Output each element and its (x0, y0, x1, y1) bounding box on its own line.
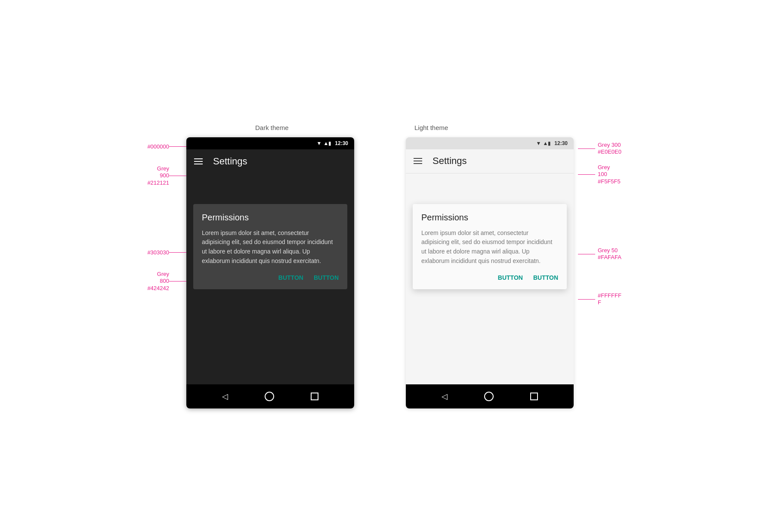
ann-light-dialog-bg-line (578, 254, 595, 254)
ann-light-card-text: #FFFFFF F (595, 292, 660, 307)
light-back-icon[interactable]: ◁ (442, 392, 448, 401)
dark-theme-section: Dark theme #000000 Grey 900 #212121 #303… (186, 124, 354, 408)
ann-dark-content-line (169, 252, 186, 253)
ann-light-statusbar-line (578, 148, 595, 149)
ann-light-dialog-bg-text: Grey 50 #FAFAFA (595, 247, 660, 262)
dark-content: Permissions Lorem ipsum dolor sit amet, … (186, 173, 354, 384)
dark-toolbar: Settings (186, 149, 354, 173)
dark-nav-bar: ◁ (186, 384, 354, 408)
light-toolbar: Settings (406, 149, 574, 173)
dark-dialog-body: Lorem ipsum dolor sit amet, consectetur … (202, 229, 339, 266)
ann-light-toolbar: Grey 100 #F5F5F5 (578, 164, 660, 186)
ann-dark-toolbar-text: Grey 900 #212121 (117, 165, 169, 187)
light-phone: ▼ ▲▮ 12:30 Settings Permissions (406, 137, 574, 408)
dark-dialog-btn2[interactable]: BUTTON (314, 274, 339, 281)
ann-dark-content-text: #303030 (117, 249, 169, 257)
dark-time: 12:30 (335, 140, 348, 146)
dark-hamburger-icon[interactable] (194, 158, 203, 164)
light-recent-icon[interactable] (530, 393, 538, 400)
light-dialog-body: Lorem ipsum dolor sit amet, consectetur … (421, 229, 558, 266)
light-status-bar: ▼ ▲▮ 12:30 (406, 137, 574, 149)
ann-dark-card: Grey 800 #424242 (117, 271, 186, 293)
ann-dark-content: #303030 (117, 249, 186, 257)
ann-dark-statusbar-text: #000000 (117, 143, 169, 151)
ann-dark-statusbar-line (169, 146, 186, 147)
dark-status-bar: ▼ ▲▮ 12:30 (186, 137, 354, 149)
light-dialog-title: Permissions (421, 213, 558, 223)
ann-light-toolbar-text: Grey 100 #F5F5F5 (595, 164, 660, 186)
light-content: Permissions Lorem ipsum dolor sit amet, … (406, 173, 574, 384)
light-signal-icon: ▲▮ (543, 140, 551, 146)
light-dialog-btn1[interactable]: BUTTON (498, 274, 523, 281)
dark-dialog-actions: BUTTON BUTTON (202, 272, 339, 283)
light-theme-label: Light theme (414, 124, 448, 131)
ann-light-toolbar-line (578, 174, 595, 175)
light-dialog-btn2[interactable]: BUTTON (533, 274, 558, 281)
light-hamburger-icon[interactable] (414, 158, 422, 164)
dark-status-icons: ▼ ▲▮ 12:30 (317, 140, 348, 146)
light-time: 12:30 (554, 140, 568, 146)
dark-toolbar-title: Settings (213, 156, 247, 167)
ann-dark-toolbar: Grey 900 #212121 (117, 165, 186, 187)
home-icon[interactable] (265, 392, 274, 401)
dark-dialog-btn1[interactable]: BUTTON (278, 274, 303, 281)
ann-dark-toolbar-line (169, 176, 186, 176)
signal-icon: ▲▮ (323, 140, 331, 146)
dark-phone-wrapper: #000000 Grey 900 #212121 #303030 Grey 80… (186, 137, 354, 408)
light-toolbar-title: Settings (433, 155, 467, 167)
back-icon[interactable]: ◁ (222, 392, 228, 401)
ann-light-card: #FFFFFF F (578, 292, 660, 307)
light-phone-wrapper: Grey 300 #E0E0E0 Grey 100 #F5F5F5 Grey 5… (406, 137, 574, 408)
ann-dark-card-text: Grey 800 #424242 (117, 271, 169, 293)
dark-dialog-title: Permissions (202, 213, 339, 223)
dark-phone: ▼ ▲▮ 12:30 Settings Permissions (186, 137, 354, 408)
ann-light-dialog-bg: Grey 50 #FAFAFA (578, 247, 660, 262)
light-theme-section: Light theme Grey 300 #E0E0E0 Grey 100 #F… (406, 124, 574, 408)
dark-dialog-card: Permissions Lorem ipsum dolor sit amet, … (193, 204, 347, 290)
light-dialog-actions: BUTTON BUTTON (421, 272, 558, 283)
light-home-icon[interactable] (484, 392, 494, 401)
ann-dark-card-line (169, 281, 186, 281)
ann-light-card-line (578, 299, 595, 300)
ann-dark-statusbar: #000000 (117, 143, 186, 151)
recent-icon[interactable] (311, 393, 318, 400)
dark-theme-label: Dark theme (255, 124, 289, 131)
wifi-icon: ▼ (317, 140, 322, 146)
light-wifi-icon: ▼ (536, 140, 541, 146)
light-nav-bar: ◁ (406, 384, 574, 408)
ann-light-statusbar: Grey 300 #E0E0E0 (578, 142, 660, 156)
ann-light-statusbar-text: Grey 300 #E0E0E0 (595, 142, 660, 156)
light-dialog-card: Permissions Lorem ipsum dolor sit amet, … (413, 204, 567, 290)
light-status-icons: ▼ ▲▮ 12:30 (536, 140, 568, 146)
